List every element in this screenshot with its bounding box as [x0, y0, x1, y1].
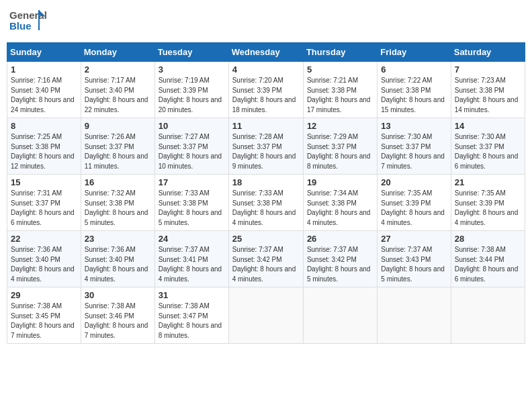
calendar-table: SundayMondayTuesdayWednesdayThursdayFrid…	[7, 42, 525, 344]
day-number: 30	[85, 290, 151, 300]
daylight-text: Daylight: 8 hours and 6 minutes.	[11, 209, 75, 226]
daylight-text: Daylight: 8 hours and 6 minutes.	[455, 152, 519, 170]
calendar-header-sunday: Sunday	[7, 43, 81, 62]
cell-info: Sunrise: 7:33 AMSunset: 3:38 PMDaylight:…	[232, 189, 300, 228]
daylight-text: Daylight: 8 hours and 5 minutes.	[381, 265, 445, 283]
cell-info: Sunrise: 7:37 AMSunset: 3:42 PMDaylight:…	[232, 245, 300, 284]
sunset-text: Sunset: 3:39 PM	[159, 87, 208, 94]
daylight-text: Daylight: 8 hours and 8 minutes.	[159, 322, 222, 339]
calendar-week-row: 15Sunrise: 7:31 AMSunset: 3:37 PMDayligh…	[7, 175, 525, 231]
sunrise-text: Sunrise: 7:16 AM	[11, 77, 62, 84]
calendar-cell: 27Sunrise: 7:37 AMSunset: 3:43 PMDayligh…	[378, 231, 451, 287]
daylight-text: Daylight: 8 hours and 7 minutes.	[11, 322, 75, 339]
day-number: 12	[307, 121, 373, 131]
sunrise-text: Sunrise: 7:37 AM	[159, 246, 210, 253]
sunrise-text: Sunrise: 7:38 AM	[159, 302, 210, 310]
cell-info: Sunrise: 7:35 AMSunset: 3:39 PMDaylight:…	[381, 189, 447, 228]
daylight-text: Daylight: 8 hours and 7 minutes.	[381, 152, 445, 170]
cell-info: Sunrise: 7:28 AMSunset: 3:37 PMDaylight:…	[232, 132, 300, 171]
calendar-cell: 31Sunrise: 7:38 AMSunset: 3:47 PMDayligh…	[154, 287, 228, 344]
daylight-text: Daylight: 8 hours and 12 minutes.	[11, 152, 75, 170]
sunset-text: Sunset: 3:38 PM	[232, 199, 282, 207]
sunrise-text: Sunrise: 7:37 AM	[381, 246, 432, 253]
sunrise-text: Sunrise: 7:37 AM	[307, 246, 358, 253]
sunrise-text: Sunrise: 7:31 AM	[11, 189, 62, 197]
sunrise-text: Sunrise: 7:29 AM	[307, 133, 358, 140]
day-number: 27	[381, 234, 447, 244]
calendar-cell: 7Sunrise: 7:23 AMSunset: 3:38 PMDaylight…	[451, 62, 525, 118]
cell-info: Sunrise: 7:16 AMSunset: 3:40 PMDaylight:…	[11, 76, 77, 115]
calendar-cell: 16Sunrise: 7:32 AMSunset: 3:38 PMDayligh…	[81, 175, 154, 231]
sunset-text: Sunset: 3:38 PM	[307, 199, 357, 207]
day-number: 9	[85, 121, 151, 131]
day-number: 19	[307, 177, 373, 187]
sunrise-text: Sunrise: 7:21 AM	[307, 77, 358, 84]
cell-info: Sunrise: 7:23 AMSunset: 3:38 PMDaylight:…	[455, 76, 521, 115]
sunset-text: Sunset: 3:38 PM	[159, 199, 208, 207]
calendar-week-row: 22Sunrise: 7:36 AMSunset: 3:40 PMDayligh…	[7, 231, 525, 287]
day-number: 2	[85, 64, 151, 75]
cell-info: Sunrise: 7:37 AMSunset: 3:41 PMDaylight:…	[159, 245, 225, 284]
daylight-text: Daylight: 8 hours and 9 minutes.	[232, 152, 296, 170]
calendar-cell: 24Sunrise: 7:37 AMSunset: 3:41 PMDayligh…	[154, 231, 228, 287]
sunset-text: Sunset: 3:38 PM	[455, 87, 504, 94]
sunset-text: Sunset: 3:39 PM	[381, 199, 431, 207]
daylight-text: Daylight: 8 hours and 4 minutes.	[85, 265, 148, 283]
calendar-header-wednesday: Wednesday	[228, 43, 303, 62]
sunset-text: Sunset: 3:44 PM	[455, 256, 504, 263]
cell-info: Sunrise: 7:35 AMSunset: 3:39 PMDaylight:…	[455, 189, 521, 228]
day-number: 31	[159, 290, 225, 300]
daylight-text: Daylight: 8 hours and 15 minutes.	[381, 96, 445, 113]
logo-svg: GeneralBlue	[9, 7, 46, 37]
day-number: 15	[11, 177, 77, 187]
cell-info: Sunrise: 7:36 AMSunset: 3:40 PMDaylight:…	[11, 245, 77, 284]
day-number: 13	[381, 121, 447, 131]
calendar-cell: 1Sunrise: 7:16 AMSunset: 3:40 PMDaylight…	[7, 62, 81, 118]
sunset-text: Sunset: 3:37 PM	[381, 143, 431, 150]
daylight-text: Daylight: 8 hours and 4 minutes.	[381, 209, 445, 226]
sunrise-text: Sunrise: 7:30 AM	[381, 133, 432, 140]
calendar-week-row: 8Sunrise: 7:25 AMSunset: 3:38 PMDaylight…	[7, 118, 525, 175]
calendar-header-thursday: Thursday	[303, 43, 377, 62]
calendar-cell: 5Sunrise: 7:21 AMSunset: 3:38 PMDaylight…	[303, 62, 377, 118]
daylight-text: Daylight: 8 hours and 11 minutes.	[85, 152, 148, 170]
sunset-text: Sunset: 3:38 PM	[307, 87, 357, 94]
daylight-text: Daylight: 8 hours and 20 minutes.	[159, 96, 222, 113]
daylight-text: Daylight: 8 hours and 22 minutes.	[85, 96, 148, 113]
day-number: 17	[159, 177, 225, 187]
daylight-text: Daylight: 8 hours and 8 minutes.	[307, 152, 371, 170]
sunset-text: Sunset: 3:40 PM	[11, 256, 60, 263]
calendar-cell: 18Sunrise: 7:33 AMSunset: 3:38 PMDayligh…	[228, 175, 303, 231]
sunrise-text: Sunrise: 7:36 AM	[85, 246, 136, 253]
daylight-text: Daylight: 8 hours and 7 minutes.	[85, 322, 148, 339]
calendar-body: 1Sunrise: 7:16 AMSunset: 3:40 PMDaylight…	[7, 62, 525, 344]
daylight-text: Daylight: 8 hours and 10 minutes.	[159, 152, 222, 170]
cell-info: Sunrise: 7:21 AMSunset: 3:38 PMDaylight:…	[307, 76, 373, 115]
sunset-text: Sunset: 3:37 PM	[159, 143, 208, 150]
day-number: 26	[307, 234, 373, 244]
calendar-cell: 26Sunrise: 7:37 AMSunset: 3:42 PMDayligh…	[303, 231, 377, 287]
sunset-text: Sunset: 3:38 PM	[85, 199, 134, 207]
sunset-text: Sunset: 3:38 PM	[381, 87, 431, 94]
cell-info: Sunrise: 7:38 AMSunset: 3:44 PMDaylight:…	[455, 245, 521, 284]
calendar-header-monday: Monday	[81, 43, 154, 62]
sunset-text: Sunset: 3:42 PM	[307, 256, 357, 263]
sunset-text: Sunset: 3:37 PM	[11, 199, 60, 207]
sunset-text: Sunset: 3:39 PM	[232, 87, 282, 94]
cell-info: Sunrise: 7:32 AMSunset: 3:38 PMDaylight:…	[85, 189, 151, 228]
sunset-text: Sunset: 3:41 PM	[159, 256, 208, 263]
cell-info: Sunrise: 7:22 AMSunset: 3:38 PMDaylight:…	[381, 76, 447, 115]
sunset-text: Sunset: 3:47 PM	[159, 312, 208, 320]
day-number: 24	[159, 234, 225, 244]
calendar-header-friday: Friday	[378, 43, 451, 62]
daylight-text: Daylight: 8 hours and 4 minutes.	[159, 265, 222, 283]
sunrise-text: Sunrise: 7:38 AM	[85, 302, 136, 310]
sunset-text: Sunset: 3:37 PM	[307, 143, 357, 150]
daylight-text: Daylight: 8 hours and 5 minutes.	[159, 209, 222, 226]
calendar-week-row: 1Sunrise: 7:16 AMSunset: 3:40 PMDaylight…	[7, 62, 525, 118]
logo: GeneralBlue	[9, 7, 46, 37]
calendar-header-tuesday: Tuesday	[154, 43, 228, 62]
sunrise-text: Sunrise: 7:17 AM	[85, 77, 136, 84]
calendar-cell: 11Sunrise: 7:28 AMSunset: 3:37 PMDayligh…	[228, 118, 303, 175]
calendar-cell	[378, 287, 451, 344]
